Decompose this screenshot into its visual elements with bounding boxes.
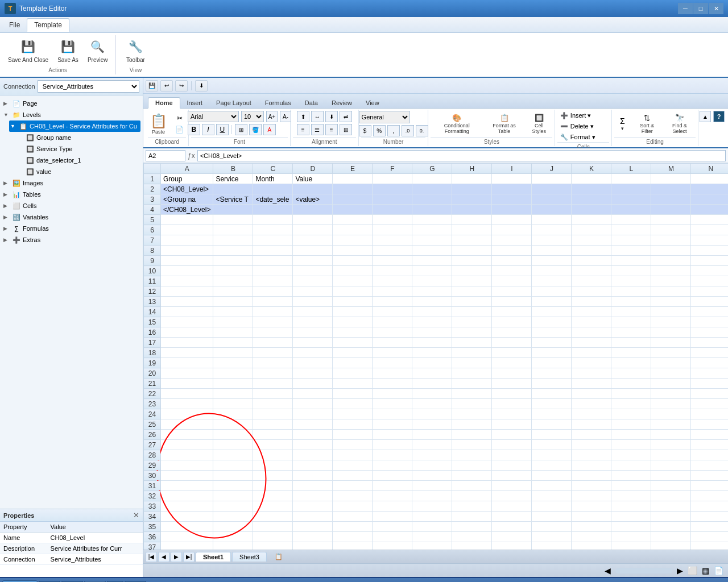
table-cell[interactable] xyxy=(253,205,293,215)
table-cell[interactable] xyxy=(373,399,412,409)
table-cell[interactable] xyxy=(161,286,213,297)
table-cell[interactable] xyxy=(213,419,253,430)
table-cell[interactable] xyxy=(452,389,492,399)
table-cell[interactable] xyxy=(691,419,728,430)
table-cell[interactable] xyxy=(611,327,651,338)
table-cell[interactable] xyxy=(651,174,691,184)
table-cell[interactable] xyxy=(492,481,532,491)
excel-tab-data[interactable]: Data xyxy=(298,98,325,108)
table-cell[interactable] xyxy=(611,542,651,550)
table-cell[interactable] xyxy=(492,389,532,399)
table-cell[interactable] xyxy=(492,246,532,256)
table-cell[interactable] xyxy=(213,297,253,307)
align-center-button[interactable]: ☰ xyxy=(311,124,324,135)
sheet-nav-next[interactable]: ▶ xyxy=(171,552,182,562)
table-cell[interactable] xyxy=(412,532,452,542)
table-cell[interactable] xyxy=(333,205,373,215)
table-cell[interactable] xyxy=(492,450,532,460)
table-cell[interactable] xyxy=(253,460,293,471)
table-cell[interactable] xyxy=(412,338,452,348)
table-cell[interactable] xyxy=(373,389,412,399)
tree-item-cells[interactable]: ▶ ⬜ Cells xyxy=(2,200,140,211)
sort-filter-button[interactable]: ⇅ Sort & Filter xyxy=(632,113,661,135)
table-cell[interactable] xyxy=(611,348,651,358)
table-cell[interactable] xyxy=(611,419,651,430)
table-cell[interactable] xyxy=(572,389,611,399)
table-cell[interactable] xyxy=(333,512,373,522)
table-cell[interactable] xyxy=(213,184,253,194)
table-cell[interactable] xyxy=(691,532,728,542)
table-cell[interactable] xyxy=(532,379,572,389)
table-cell[interactable] xyxy=(253,399,293,409)
table-cell[interactable] xyxy=(572,358,611,368)
table-cell[interactable] xyxy=(293,512,333,522)
table-cell[interactable] xyxy=(213,481,253,491)
tree-item-tables[interactable]: ▶ 📊 Tables xyxy=(2,189,140,200)
scroll-right-icon[interactable]: ▶ xyxy=(677,566,683,575)
table-cell[interactable] xyxy=(452,338,492,348)
table-cell[interactable] xyxy=(691,440,728,450)
table-cell[interactable] xyxy=(691,522,728,532)
table-cell[interactable] xyxy=(611,512,651,522)
table-cell[interactable] xyxy=(452,246,492,256)
table-cell[interactable] xyxy=(572,379,611,389)
table-cell[interactable] xyxy=(161,368,213,379)
table-cell[interactable] xyxy=(651,419,691,430)
tree-item-levels[interactable]: ▼ 📁 Levels xyxy=(2,109,140,120)
table-cell[interactable] xyxy=(651,194,691,205)
table-cell[interactable] xyxy=(611,532,651,542)
table-cell[interactable] xyxy=(572,205,611,215)
table-cell[interactable] xyxy=(452,215,492,225)
table-cell[interactable] xyxy=(572,307,611,317)
table-cell[interactable] xyxy=(492,348,532,358)
table-cell[interactable] xyxy=(691,491,728,501)
table-cell[interactable] xyxy=(651,256,691,266)
table-cell[interactable] xyxy=(412,491,452,501)
view-layout-icon[interactable]: ▦ xyxy=(702,566,709,575)
table-cell[interactable] xyxy=(253,215,293,225)
table-cell[interactable] xyxy=(213,256,253,266)
table-cell[interactable] xyxy=(412,235,452,246)
table-cell[interactable] xyxy=(213,430,253,440)
table-cell[interactable] xyxy=(532,450,572,460)
table-cell[interactable] xyxy=(691,460,728,471)
table-cell[interactable] xyxy=(691,225,728,235)
table-cell[interactable] xyxy=(492,542,532,550)
table-cell[interactable] xyxy=(373,276,412,286)
table-cell[interactable] xyxy=(253,235,293,246)
table-cell[interactable] xyxy=(373,379,412,389)
table-cell[interactable] xyxy=(253,317,293,327)
table-cell[interactable] xyxy=(492,184,532,194)
tree-item-date-selector[interactable]: 🔲 date_selector_1 xyxy=(16,155,140,166)
excel-save-button[interactable]: 💾 xyxy=(146,80,158,92)
table-cell[interactable] xyxy=(213,501,253,512)
table-cell[interactable] xyxy=(452,348,492,358)
table-cell[interactable] xyxy=(213,460,253,471)
table-cell[interactable] xyxy=(253,501,293,512)
table-cell[interactable] xyxy=(611,225,651,235)
table-cell[interactable] xyxy=(532,266,572,276)
format-as-table-button[interactable]: 📋 Format as Table xyxy=(485,113,523,135)
table-cell[interactable] xyxy=(532,358,572,368)
table-cell[interactable] xyxy=(253,481,293,491)
tree-item-page[interactable]: ▶ 📄 Page xyxy=(2,98,140,109)
table-cell[interactable] xyxy=(161,399,213,409)
table-cell[interactable] xyxy=(651,491,691,501)
table-cell[interactable] xyxy=(532,225,572,235)
table-cell[interactable] xyxy=(293,389,333,399)
table-cell[interactable] xyxy=(213,225,253,235)
table-cell[interactable] xyxy=(373,481,412,491)
table-cell[interactable] xyxy=(412,409,452,419)
table-cell[interactable] xyxy=(161,256,213,266)
table-cell[interactable] xyxy=(572,491,611,501)
table-cell[interactable] xyxy=(492,409,532,419)
font-grow-button[interactable]: A+ xyxy=(266,111,278,122)
table-cell[interactable] xyxy=(691,174,728,184)
table-cell[interactable] xyxy=(412,205,452,215)
table-cell[interactable] xyxy=(492,256,532,266)
table-cell[interactable] xyxy=(691,194,728,205)
table-cell[interactable] xyxy=(213,235,253,246)
merge-button[interactable]: ⊞ xyxy=(340,124,352,135)
table-cell[interactable] xyxy=(412,215,452,225)
table-cell[interactable] xyxy=(253,184,293,194)
